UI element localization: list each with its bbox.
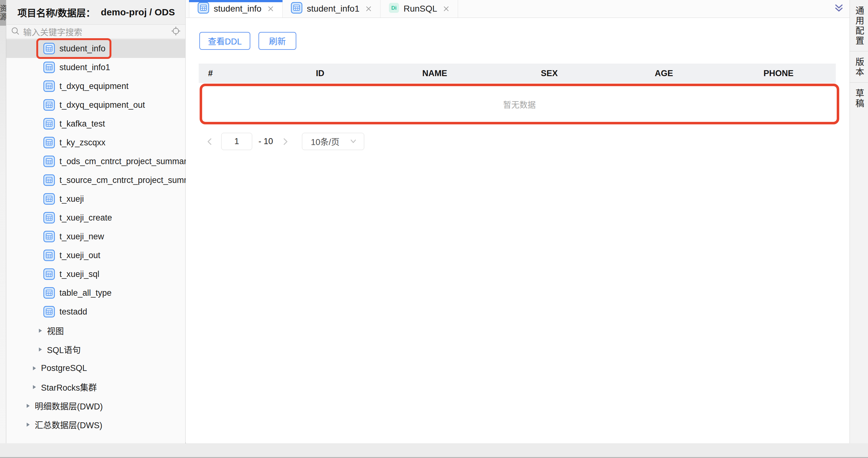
close-icon[interactable] (267, 5, 274, 12)
close-icon[interactable] (443, 5, 450, 12)
tree-item-label: t_ods_cm_cntrct_project_summary (59, 156, 191, 166)
sidebar-header: 项目名称/数据层： demo-proj / ODS (6, 0, 185, 25)
tree-item-label: StarRocks集群 (41, 381, 97, 393)
tree-item-student_info1[interactable]: student_info1 (6, 58, 185, 77)
column-header-AGE: AGE (607, 68, 721, 78)
tree-item-PostgreSQL[interactable]: PostgreSQL (6, 359, 185, 377)
tree-item-label: SQL语句 (47, 343, 81, 355)
chevron-down-icon (349, 137, 358, 147)
tree-item-t_ky_zscqxx[interactable]: t_ky_zscqxx (6, 133, 185, 152)
tree-item-student_info[interactable]: student_info (6, 39, 185, 58)
resources-collapsed-tab[interactable]: 资源 (0, 0, 6, 26)
right-tool-rail: 通用配置版本草稿 (849, 0, 868, 443)
tree-item-label: t_xueji_create (59, 213, 112, 223)
page-size-value: 10条/页 (311, 135, 349, 147)
tab-student_info1[interactable]: student_info1 (283, 0, 380, 18)
tree-item-汇总数据层(DWS)[interactable]: 汇总数据层(DWS) (6, 415, 185, 434)
locate-node-icon[interactable] (171, 26, 181, 37)
table-icon (43, 193, 55, 205)
rail-tab-label: 草稿 (854, 89, 864, 109)
caret-right-icon[interactable] (25, 422, 31, 427)
tab-RunSQL[interactable]: DiRunSQL (380, 0, 458, 18)
collapse-double-chevron-icon[interactable] (833, 2, 844, 15)
rail-tab-版本[interactable]: 版本 (850, 51, 868, 83)
tree-item-t_dxyq_equipment[interactable]: t_dxyq_equipment (6, 77, 185, 95)
column-header-NAME: NAME (377, 68, 492, 78)
tree-item-t_xueji_sql[interactable]: t_xueji_sql (6, 265, 185, 284)
caret-right-icon[interactable] (32, 384, 37, 390)
tree-item-testadd[interactable]: testadd (6, 302, 185, 321)
table-icon (43, 174, 55, 186)
tree-item-t_kafka_test[interactable]: t_kafka_test (6, 114, 185, 133)
tree-item-label: PostgreSQL (41, 363, 87, 373)
tree-item-t_xueji[interactable]: t_xueji (6, 190, 185, 208)
pagination-bar: 1 - 10 10条/页 (205, 133, 364, 150)
rail-tab-通用配置[interactable]: 通用配置 (850, 0, 868, 51)
view-ddl-button[interactable]: 查看DDL (199, 32, 250, 50)
tree-item-t_xueji_out[interactable]: t_xueji_out (6, 246, 185, 265)
table-icon (43, 249, 55, 261)
tree-item-SQL语句[interactable]: SQL语句 (6, 340, 185, 359)
tree-item-t_source_cm_cntrct_project_summary[interactable]: t_source_cm_cntrct_project_summary (6, 171, 185, 190)
tabs-container: student_infostudent_info1DiRunSQL (189, 0, 458, 18)
tree-item-视图[interactable]: 视图 (6, 321, 185, 340)
resource-sidebar: 项目名称/数据层： demo-proj / ODS 输入关键字搜索 studen… (6, 0, 186, 443)
table-icon (43, 61, 55, 73)
tree-item-t_xueji_new[interactable]: t_xueji_new (6, 227, 185, 246)
prev-page-icon[interactable] (205, 137, 214, 146)
tree-item-t_xueji_create[interactable]: t_xueji_create (6, 208, 185, 227)
tree-item-label: t_xueji_new (59, 232, 104, 241)
table-icon (43, 212, 55, 224)
app-window: 资源 项目名称/数据层： demo-proj / ODS 输入关键字搜索 stu… (0, 0, 868, 443)
rail-tab-草稿[interactable]: 草稿 (850, 83, 868, 114)
caret-right-icon[interactable] (37, 347, 43, 352)
left-collapsed-panel: 资源 (0, 0, 6, 443)
result-table-header: #IDNAMESEXAGEPHONE (199, 64, 836, 83)
main-panel: student_infostudent_info1DiRunSQL 查看DDL … (186, 0, 849, 443)
tabbar-right (833, 0, 849, 18)
page-range-text: - 10 (258, 137, 273, 146)
search-input[interactable]: 输入关键字搜索 (23, 26, 171, 38)
refresh-button[interactable]: 刷新 (258, 32, 296, 50)
tree-item-label: 汇总数据层(DWS) (35, 419, 102, 431)
tree-item-label: 明细数据层(DWD) (35, 400, 103, 412)
table-icon (43, 137, 55, 148)
caret-right-icon[interactable] (32, 366, 37, 371)
column-header-#: # (199, 68, 263, 78)
caret-right-icon[interactable] (37, 328, 43, 333)
table-icon (43, 42, 55, 55)
tree-item-明细数据层(DWD)[interactable]: 明细数据层(DWD) (6, 396, 185, 415)
table-icon (43, 155, 55, 167)
tree-item-label: t_xueji_out (59, 251, 100, 260)
close-icon[interactable] (365, 5, 372, 12)
table-icon (43, 268, 55, 280)
editor-tabbar: student_infostudent_info1DiRunSQL (186, 0, 849, 18)
table-icon (43, 306, 55, 318)
tree-item-label: student_info (59, 44, 105, 54)
table-icon (43, 231, 55, 242)
tree-item-table_all_type[interactable]: table_all_type (6, 284, 185, 302)
page-number-input[interactable]: 1 (221, 133, 252, 150)
tree-item-label: t_dxyq_equipment (59, 82, 129, 91)
empty-data-text: 暂无数据 (503, 98, 536, 110)
table-icon (43, 99, 55, 111)
tree-item-t_dxyq_equipment_out[interactable]: t_dxyq_equipment_out (6, 95, 185, 114)
tree-item-label: student_info1 (59, 63, 110, 73)
tree-item-label: t_ky_zscqxx (59, 138, 105, 147)
tree-item-StarRocks集群[interactable]: StarRocks集群 (6, 377, 185, 396)
project-layer-value: demo-proj / ODS (101, 7, 175, 18)
caret-right-icon[interactable] (25, 403, 31, 408)
empty-data-annotation-box: 暂无数据 (199, 84, 839, 124)
tree-search-bar: 输入关键字搜索 (6, 25, 185, 39)
tab-student_info[interactable]: student_info (189, 0, 283, 18)
di-runsql-icon: Di (389, 2, 399, 16)
rail-tab-label: 版本 (854, 57, 864, 77)
table-icon (43, 287, 55, 299)
tree-item-t_ods_cm_cntrct_project_summary[interactable]: t_ods_cm_cntrct_project_summary (6, 152, 185, 171)
table-icon (43, 118, 55, 130)
next-page-icon[interactable] (281, 137, 290, 146)
column-header-ID: ID (263, 68, 377, 78)
page-size-select[interactable]: 10条/页 (302, 133, 364, 150)
rail-tab-label: 通用配置 (854, 6, 864, 46)
search-icon (11, 26, 20, 37)
